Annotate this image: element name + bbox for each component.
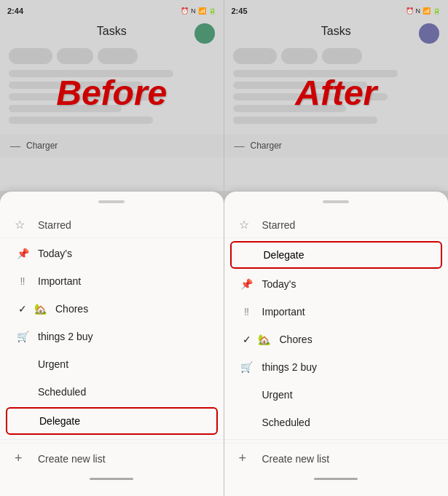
- right-chores-icon: 🏡: [256, 334, 272, 345]
- left-urgent-label: Urgent: [38, 358, 209, 370]
- left-status-bar: 2:44 ⏰ N 📶 🔋: [0, 0, 224, 20]
- left-create-list-label: Create new list: [38, 453, 106, 465]
- left-status-icons: ⏰ N 📶 🔋: [181, 7, 216, 15]
- right-toolbar: Tasks: [224, 20, 449, 42]
- left-important-icon: ‼️: [15, 275, 31, 287]
- right-app-bg: 2:45 ⏰ N 📶 🔋 Tasks —: [224, 0, 449, 191]
- right-menu-important[interactable]: ‼️ Important: [224, 298, 449, 326]
- left-charger-label: Charger: [26, 141, 58, 151]
- left-blurred-content: [0, 42, 224, 134]
- right-home-indicator: [224, 473, 449, 481]
- left-panel: 2:44 ⏰ N 📶 🔋 Tasks —: [0, 0, 224, 496]
- right-menu-chores[interactable]: ✓ 🏡 Chores: [224, 326, 449, 353]
- left-menu-important[interactable]: ‼️ Important: [0, 267, 224, 295]
- left-delegate-label: Delegate: [39, 415, 208, 427]
- right-todays-label: Today's: [262, 278, 434, 290]
- right-todays-icon: 📌: [239, 278, 255, 290]
- left-todays-label: Today's: [38, 248, 209, 259]
- left-home-indicator: [0, 473, 224, 481]
- right-panel: 2:45 ⏰ N 📶 🔋 Tasks —: [224, 0, 449, 496]
- left-menu-scheduled[interactable]: Scheduled: [0, 378, 224, 406]
- left-toolbar: Tasks: [0, 20, 224, 42]
- left-starred-label: Starred: [38, 219, 71, 231]
- right-sheet-handle: [323, 200, 349, 203]
- right-chores-check: ✓: [239, 334, 255, 345]
- right-menu-urgent[interactable]: Urgent: [224, 381, 449, 409]
- left-avatar: [194, 23, 215, 44]
- right-things2buy-label: things 2 buy: [262, 361, 434, 373]
- right-important-icon: ‼️: [239, 306, 255, 318]
- right-things2buy-icon: 🛒: [239, 361, 255, 373]
- right-chores-label: Chores: [280, 334, 434, 345]
- left-starred-header[interactable]: ☆ Starred: [0, 210, 224, 236]
- left-chores-label: Chores: [55, 303, 209, 315]
- right-menu-todays[interactable]: 📌 Today's: [224, 270, 449, 298]
- left-time: 2:44: [7, 7, 23, 15]
- right-charger-label: Charger: [251, 141, 282, 151]
- left-menu-things2buy[interactable]: 🛒 things 2 buy: [0, 323, 224, 350]
- right-create-list-label: Create new list: [262, 453, 330, 465]
- right-starred-header[interactable]: ☆ Starred: [224, 210, 449, 236]
- left-star-icon: ☆: [15, 218, 31, 232]
- left-create-list[interactable]: + Create new list: [0, 443, 224, 473]
- right-starred-label: Starred: [262, 219, 296, 231]
- right-charger-row: — Charger: [224, 134, 449, 157]
- left-menu-todays[interactable]: 📌 Today's: [0, 240, 224, 267]
- left-menu-urgent[interactable]: Urgent: [0, 350, 224, 378]
- right-bottom-sheet: ☆ Starred Delegate 📌 Today's ‼️ Importan…: [224, 192, 449, 496]
- left-todays-icon: 📌: [15, 248, 31, 259]
- right-delegate-label: Delegate: [264, 249, 433, 261]
- right-menu-delegate[interactable]: Delegate: [230, 241, 443, 269]
- left-plus-icon: +: [15, 451, 31, 466]
- left-app-bg: 2:44 ⏰ N 📶 🔋 Tasks —: [0, 0, 224, 191]
- left-scheduled-label: Scheduled: [38, 386, 209, 398]
- left-menu-chores[interactable]: ✓ 🏡 Chores: [0, 295, 224, 323]
- right-blurred-content: [224, 42, 449, 134]
- left-important-label: Important: [38, 275, 209, 287]
- left-charger-row: — Charger: [0, 134, 224, 157]
- right-plus-icon: +: [239, 451, 255, 466]
- right-status-icons: ⏰ N 📶 🔋: [406, 7, 441, 15]
- right-star-icon: ☆: [239, 218, 255, 232]
- right-menu-things2buy[interactable]: 🛒 things 2 buy: [224, 353, 449, 381]
- right-scheduled-label: Scheduled: [262, 417, 434, 428]
- left-chores-check: ✓: [15, 303, 31, 315]
- right-status-bar: 2:45 ⏰ N 📶 🔋: [224, 0, 449, 20]
- left-app-title: Tasks: [97, 25, 127, 38]
- left-things2buy-icon: 🛒: [15, 331, 31, 342]
- left-things2buy-label: things 2 buy: [38, 331, 209, 342]
- right-app-title: Tasks: [321, 25, 351, 38]
- left-menu-delegate[interactable]: Delegate: [6, 407, 218, 435]
- left-bottom-sheet: ☆ Starred 📌 Today's ‼️ Important ✓ 🏡 Cho…: [0, 192, 224, 496]
- right-urgent-label: Urgent: [262, 389, 434, 401]
- right-create-list[interactable]: + Create new list: [224, 443, 449, 473]
- right-avatar: [419, 23, 439, 44]
- left-chores-icon: 🏡: [32, 303, 48, 315]
- left-sheet-handle: [98, 200, 125, 203]
- right-important-label: Important: [262, 306, 434, 318]
- right-menu-scheduled[interactable]: Scheduled: [224, 409, 449, 436]
- right-time: 2:45: [232, 7, 248, 15]
